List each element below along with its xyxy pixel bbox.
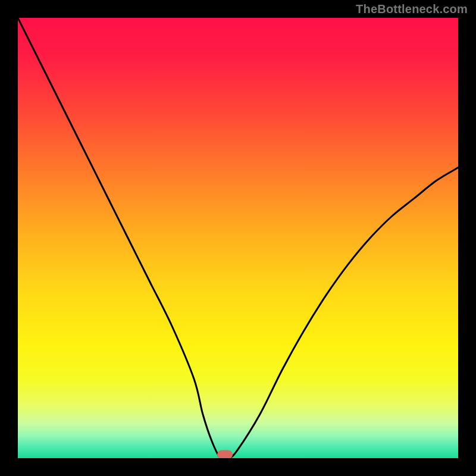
bottleneck-curve	[18, 18, 458, 458]
watermark-label: TheBottleneck.com	[356, 2, 468, 16]
chart-frame: TheBottleneck.com	[0, 0, 476, 476]
plot-area	[18, 18, 458, 458]
optimal-point-marker	[217, 450, 233, 459]
